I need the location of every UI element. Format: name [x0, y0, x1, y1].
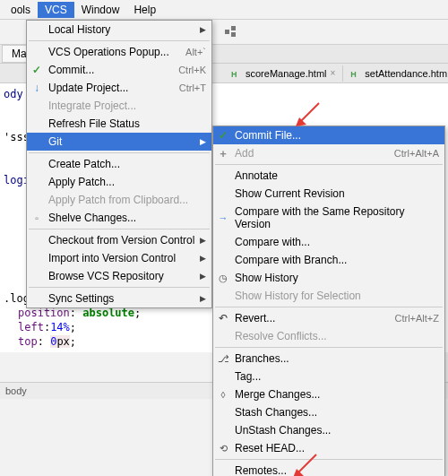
- editor-tab-scoremanage[interactable]: scoreManage.html ×: [224, 65, 343, 82]
- vcs-menu-separator: [29, 287, 210, 288]
- menu-item-label: Resolve Conflicts...: [235, 330, 327, 342]
- vcs-menu-item-git[interactable]: Git▶: [27, 133, 211, 151]
- tab-label: setAttendance.htm: [365, 68, 447, 79]
- git-menu-item-revert[interactable]: Revert...Ctrl+Alt+Z: [213, 309, 444, 327]
- vcs-menu-item-shelve-changes[interactable]: Shelve Changes...: [27, 209, 211, 227]
- menu-item-label: Compare with the Same Repository Version: [235, 205, 439, 230]
- git-menu-item-annotate[interactable]: Annotate: [213, 167, 444, 185]
- html-file-icon: [231, 68, 242, 79]
- menu-shortcut: Alt+`: [177, 47, 206, 57]
- editor-tab-setattendance[interactable]: setAttendance.htm: [343, 65, 448, 82]
- menu-item-label: Local History: [48, 23, 110, 36]
- git-menu-item-compare-with-branch[interactable]: Compare with Branch...: [213, 251, 444, 269]
- git-menu-separator: [215, 307, 443, 307]
- vcs-menu-item-vcs-operations-popup[interactable]: VCS Operations Popup...Alt+`: [27, 43, 211, 61]
- menu-item-label: Show Current Revision: [235, 187, 345, 200]
- menu-item-label: Create Patch...: [48, 158, 120, 170]
- git-submenu: Commit File...AddCtrl+Alt+AAnnotateShow …: [212, 125, 445, 476]
- submenu-arrow-icon: ▶: [200, 25, 206, 34]
- menu-item-label: Import into Version Control: [48, 252, 176, 264]
- git-menu-separator: [215, 459, 443, 460]
- box-icon: [30, 212, 43, 224]
- menubar: ools VCS Window Help: [0, 0, 448, 20]
- menu-help[interactable]: Help: [126, 2, 163, 18]
- git-menu-item-resolve-conflicts: Resolve Conflicts...: [213, 327, 444, 345]
- menu-shortcut: Ctrl+K: [169, 65, 206, 75]
- menu-item-label: Integrate Project...: [48, 100, 136, 112]
- menu-item-label: Commit File...: [235, 129, 301, 142]
- check-green-icon: [217, 129, 229, 142]
- git-menu-item-compare-with[interactable]: Compare with...: [213, 233, 444, 251]
- git-menu-item-show-current-revision[interactable]: Show Current Revision: [213, 185, 444, 203]
- breadcrumb-item[interactable]: body: [5, 385, 27, 396]
- menu-item-label: Apply Patch...: [48, 176, 115, 188]
- menu-item-label: Show History for Selection: [235, 290, 361, 302]
- menu-vcs[interactable]: VCS: [38, 2, 74, 18]
- vcs-menu-item-sync-settings[interactable]: Sync Settings▶: [27, 290, 211, 307]
- menu-shortcut: Ctrl+Alt+A: [385, 148, 439, 159]
- menu-shortcut: Ctrl+Alt+Z: [385, 313, 439, 324]
- git-menu-item-remotes[interactable]: Remotes...: [213, 462, 444, 476]
- vcs-menu-item-checkout-from-version-control[interactable]: Checkout from Version Control▶: [27, 231, 211, 249]
- branch-icon: [217, 352, 229, 365]
- menu-item-label: Compare with...: [235, 236, 310, 248]
- vcs-menu-item-update-project[interactable]: Update Project...Ctrl+T: [27, 79, 211, 97]
- menu-item-label: Branches...: [235, 352, 289, 365]
- menu-item-label: Add: [235, 147, 254, 160]
- reset-icon: [217, 442, 229, 454]
- vcs-menu-item-refresh-file-status[interactable]: Refresh File Status: [27, 115, 211, 133]
- submenu-arrow-icon: ▶: [200, 236, 206, 245]
- git-menu-item-merge-changes[interactable]: Merge Changes...: [213, 385, 444, 403]
- menu-item-label: Revert...: [235, 312, 275, 325]
- submenu-arrow-icon: ▶: [200, 137, 206, 146]
- git-menu-item-tag[interactable]: Tag...: [213, 368, 444, 385]
- menu-item-label: Merge Changes...: [235, 388, 320, 401]
- vcs-toolbar-icon[interactable]: [224, 25, 237, 38]
- git-menu-separator: [215, 347, 443, 348]
- svg-rect-0: [225, 30, 229, 34]
- menu-item-label: Sync Settings: [48, 292, 114, 305]
- vcs-menu-item-apply-patch[interactable]: Apply Patch...: [27, 173, 211, 191]
- submenu-arrow-icon: ▶: [200, 272, 206, 281]
- arrow-blue-icon: [30, 82, 43, 94]
- vcs-menu-item-apply-patch-from-clipboard: Apply Patch from Clipboard...: [27, 191, 211, 209]
- menu-item-label: Stash Changes...: [235, 406, 317, 419]
- tab-label: scoreManage.html: [246, 68, 327, 79]
- plus-gray-icon: [217, 147, 229, 160]
- close-icon[interactable]: ×: [331, 68, 336, 78]
- revert-icon: [217, 312, 229, 325]
- vcs-menu-item-local-history[interactable]: Local History▶: [27, 21, 211, 39]
- menu-item-label: Refresh File Status: [48, 117, 140, 130]
- svg-rect-1: [231, 26, 236, 30]
- menu-item-label: Commit...: [48, 64, 94, 76]
- menu-tools[interactable]: ools: [4, 2, 38, 18]
- svg-rect-2: [231, 32, 236, 37]
- menu-item-label: Annotate: [235, 169, 278, 182]
- menu-shortcut: Ctrl+T: [170, 82, 206, 93]
- vcs-menu-item-import-into-version-control[interactable]: Import into Version Control▶: [27, 249, 211, 267]
- git-menu-item-unstash-changes[interactable]: UnStash Changes...: [213, 421, 444, 439]
- merge-icon: [217, 388, 229, 401]
- git-menu-item-reset-head[interactable]: Reset HEAD...: [213, 439, 444, 457]
- vcs-menu-item-browse-vcs-repository[interactable]: Browse VCS Repository▶: [27, 267, 211, 285]
- git-menu-item-compare-with-the-same-repository-version[interactable]: Compare with the Same Repository Version: [213, 203, 444, 233]
- check-green-icon: [30, 64, 43, 76]
- git-menu-item-branches[interactable]: Branches...: [213, 350, 444, 368]
- git-menu-item-show-history[interactable]: Show History: [213, 269, 444, 287]
- vcs-dropdown-menu: Local History▶VCS Operations Popup...Alt…: [26, 20, 212, 308]
- clock-icon: [217, 272, 229, 284]
- git-menu-separator: [215, 164, 443, 165]
- submenu-arrow-icon: ▶: [200, 254, 206, 263]
- git-menu-item-show-history-for-selection: Show History for Selection: [213, 287, 444, 305]
- vcs-menu-item-integrate-project: Integrate Project...: [27, 97, 211, 115]
- menu-item-label: Update Project...: [48, 82, 128, 94]
- menu-item-label: Reset HEAD...: [235, 442, 305, 454]
- vcs-menu-item-create-patch[interactable]: Create Patch...: [27, 155, 211, 173]
- menu-window[interactable]: Window: [74, 2, 127, 18]
- menu-item-label: Show History: [235, 272, 298, 284]
- menu-item-label: Browse VCS Repository: [48, 270, 164, 282]
- git-menu-item-stash-changes[interactable]: Stash Changes...: [213, 403, 444, 421]
- menu-item-label: Remotes...: [235, 464, 287, 476]
- vcs-menu-item-commit[interactable]: Commit...Ctrl+K: [27, 61, 211, 79]
- git-menu-item-commit-file[interactable]: Commit File...: [213, 126, 444, 144]
